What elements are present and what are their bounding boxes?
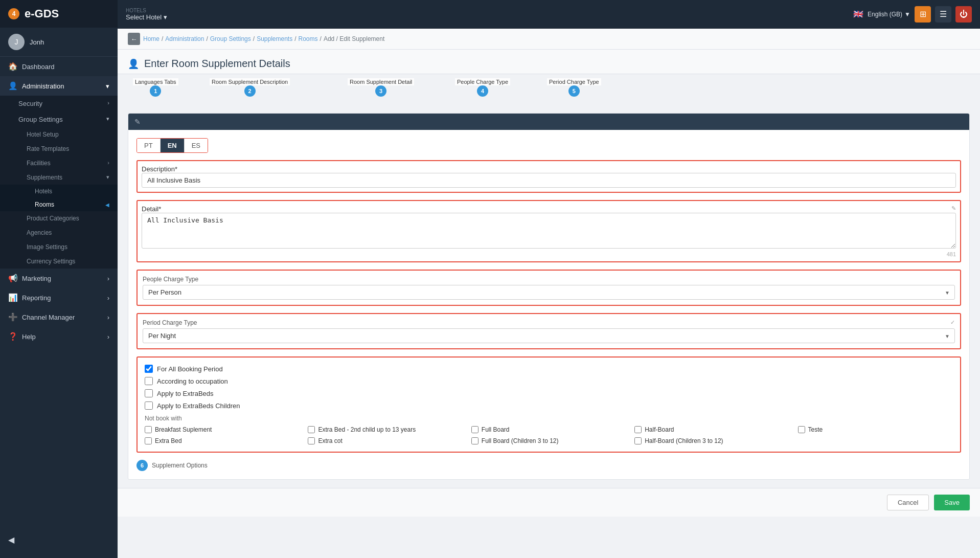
- sidebar-item-supplements[interactable]: Supplements ▾: [0, 170, 118, 185]
- not-book-extra-bed-2nd-checkbox[interactable]: [308, 426, 315, 433]
- not-book-with-label: Not book with: [145, 415, 953, 422]
- chevron-right-icon: ›: [107, 333, 109, 341]
- breadcrumb-group-settings[interactable]: Group Settings: [210, 35, 251, 42]
- edit-detail-icon[interactable]: ✎: [951, 205, 956, 212]
- page-title-section: 👤 Enter Room Supplement Details: [118, 50, 980, 74]
- power-icon: ⏻: [960, 10, 968, 19]
- not-book-extra-cot-label[interactable]: Extra cot: [318, 437, 342, 444]
- period-charge-section: Period Charge Type ✓ Per Night Per Stay …: [136, 313, 961, 349]
- annotation-3-label: Room Supplement Detail: [348, 78, 414, 85]
- annotation-1-label: Languages Tabs: [133, 78, 178, 85]
- sidebar-item-administration[interactable]: 👤 Administration ▾: [0, 76, 118, 96]
- not-book-extra-bed-label[interactable]: Extra Bed: [155, 437, 182, 444]
- username-label: Jonh: [30, 38, 44, 46]
- not-book-half-board-label[interactable]: Half-Board: [645, 426, 674, 433]
- sidebar-item-rooms-sub[interactable]: Rooms ◀: [0, 198, 118, 211]
- period-charge-select[interactable]: Per Night Per Stay Per Week: [143, 328, 955, 343]
- annotation-2-bubble: 2: [244, 85, 256, 97]
- grid-icon: ⊞: [920, 9, 926, 19]
- not-book-full-board-checkbox[interactable]: [471, 426, 478, 433]
- sidebar-item-currency-settings[interactable]: Currency Settings: [0, 254, 118, 269]
- topbar-power-btn[interactable]: ⏻: [955, 6, 972, 23]
- char-count: 481: [142, 251, 956, 257]
- not-book-full-board-children-checkbox[interactable]: [471, 437, 478, 444]
- sidebar-item-reporting[interactable]: 📊 Reporting ›: [0, 288, 118, 307]
- apply-extrabeds-children-checkbox[interactable]: [145, 401, 153, 410]
- sidebar-item-hotels-sub[interactable]: Hotels: [0, 185, 118, 198]
- form-panel-header: ✎: [128, 114, 969, 130]
- sidebar-item-marketing[interactable]: 📢 Marketing ›: [0, 269, 118, 288]
- not-book-extra-bed-checkbox[interactable]: [145, 437, 152, 444]
- reporting-icon: 📊: [8, 293, 18, 302]
- not-book-teste-checkbox[interactable]: [798, 426, 805, 433]
- breadcrumb-administration[interactable]: Administration: [165, 35, 204, 42]
- sidebar-item-facilities[interactable]: Facilities ›: [0, 156, 118, 170]
- not-book-extra-bed-2nd-child: Extra Bed - 2nd child up to 13 years: [308, 426, 463, 433]
- lang-tab-es[interactable]: ES: [185, 139, 208, 152]
- description-input[interactable]: [142, 173, 956, 188]
- apply-extrabeds-checkbox[interactable]: [145, 389, 153, 397]
- breadcrumb-rooms[interactable]: Rooms: [299, 35, 318, 42]
- sidebar-item-rate-templates[interactable]: Rate Templates: [0, 142, 118, 156]
- not-book-extra-cot-checkbox[interactable]: [308, 437, 315, 444]
- not-book-with-grid: Breakfast Suplement Extra Bed - 2nd chil…: [145, 426, 953, 444]
- caret-down-icon: ▾: [164, 13, 167, 21]
- not-book-teste-label[interactable]: Teste: [808, 426, 823, 433]
- sidebar-item-security[interactable]: Security ›: [0, 96, 118, 111]
- not-book-half-board-checkbox[interactable]: [634, 426, 642, 433]
- not-book-half-board-children-label[interactable]: Half-Board (Children 3 to 12): [645, 437, 723, 444]
- according-occupation-checkbox[interactable]: [145, 377, 153, 385]
- cancel-button[interactable]: Cancel: [887, 495, 929, 510]
- people-charge-label: People Charge Type: [143, 276, 955, 283]
- annotation-1: Languages Tabs 1: [133, 78, 178, 97]
- save-button[interactable]: Save: [934, 495, 970, 510]
- breadcrumb-home[interactable]: Home: [143, 35, 159, 42]
- logo-badge: 4: [8, 8, 19, 19]
- help-icon: ❓: [8, 332, 18, 341]
- apply-extrabeds-label[interactable]: Apply to ExtraBeds: [157, 390, 214, 397]
- breadcrumb-supplements[interactable]: Supplements: [257, 35, 292, 42]
- not-book-full-board: Full Board: [471, 426, 626, 433]
- app-name: e-GDS: [25, 7, 59, 20]
- sidebar-item-product-categories[interactable]: Product Categories: [0, 211, 118, 226]
- sidebar-item-group-settings[interactable]: Group Settings ▾: [0, 111, 118, 127]
- caret-down-icon: ▼: [904, 11, 910, 18]
- sidebar-item-dashboard[interactable]: 🏠 Dashboard: [0, 57, 118, 76]
- for-all-booking-checkbox[interactable]: [145, 365, 153, 373]
- sidebar-item-help[interactable]: ❓ Help ›: [0, 327, 118, 346]
- apply-extrabeds-children-label[interactable]: Apply to ExtraBeds Children: [157, 402, 240, 410]
- for-all-booking-label[interactable]: For All Booking Period: [157, 365, 223, 373]
- breadcrumb: Home / Administration / Group Settings /…: [143, 35, 384, 42]
- chevron-right-icon: ›: [107, 100, 109, 106]
- not-book-extra-bed-2nd-label[interactable]: Extra Bed - 2nd child up to 13 years: [318, 426, 416, 433]
- not-book-breakfast-label[interactable]: Breakfast Suplement: [155, 426, 212, 433]
- sidebar-item-hotel-setup[interactable]: Hotel Setup: [0, 127, 118, 142]
- hotel-select[interactable]: Select Hotel ▾: [126, 13, 167, 21]
- sidebar-item-image-settings[interactable]: Image Settings: [0, 240, 118, 254]
- sidebar-collapse-btn[interactable]: ◀: [8, 532, 109, 548]
- annotation-3-bubble: 3: [375, 85, 386, 97]
- content-area: ← Home / Administration / Group Settings…: [118, 29, 980, 558]
- lang-tab-pt[interactable]: PT: [137, 139, 161, 152]
- according-occupation-label[interactable]: According to occupation: [157, 377, 228, 385]
- lang-tab-en[interactable]: EN: [161, 139, 185, 152]
- back-button[interactable]: ←: [128, 33, 140, 45]
- annotation-2-label: Room Supplement Description: [210, 78, 290, 85]
- annotation-4-bubble: 4: [477, 85, 488, 97]
- app-logo: 4 e-GDS: [0, 0, 118, 28]
- detail-textarea[interactable]: All Inclusive Basis: [142, 213, 956, 249]
- administration-icon: 👤: [8, 81, 18, 91]
- edit-icon[interactable]: ✎: [134, 118, 141, 126]
- sidebar-item-channel-manager[interactable]: ➕ Channel Manager ›: [0, 307, 118, 327]
- people-charge-select[interactable]: Per Person Per Room Flat Rate: [143, 285, 955, 300]
- topbar-menu-btn[interactable]: ☰: [935, 6, 951, 23]
- not-book-breakfast-checkbox[interactable]: [145, 426, 152, 433]
- sidebar-item-agencies[interactable]: Agencies: [0, 226, 118, 240]
- annotation-2: Room Supplement Description 2: [210, 78, 290, 97]
- not-book-full-board-children-label[interactable]: Full Board (Children 3 to 12): [482, 437, 559, 444]
- not-book-half-board-children-checkbox[interactable]: [634, 437, 642, 444]
- topbar-orange-btn[interactable]: ⊞: [915, 6, 931, 23]
- language-selector[interactable]: English (GB) ▼: [868, 11, 910, 18]
- not-book-full-board-label[interactable]: Full Board: [482, 426, 510, 433]
- channel-manager-icon: ➕: [8, 313, 18, 322]
